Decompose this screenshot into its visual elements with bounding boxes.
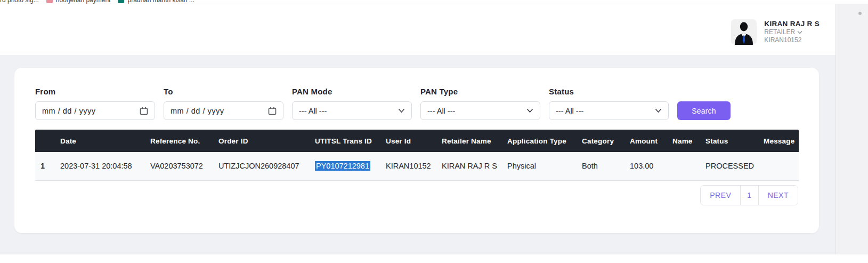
next-page-button[interactable]: NEXT [759, 186, 798, 205]
cell-date: 2023-07-31 20:04:58 [57, 152, 147, 180]
chevron-down-icon [398, 108, 405, 113]
filter-to: To mm / dd / yyyy [164, 87, 283, 120]
user-name: KIRAN RAJ R S [764, 20, 820, 29]
column-header-reference-no: Reference No. [147, 130, 215, 152]
screen: rd photo sig... noorjehan payment pradha… [0, 0, 868, 263]
date-placeholder: mm / dd / yyyy [42, 107, 95, 115]
calendar-icon[interactable] [268, 107, 277, 115]
chevron-down-icon [655, 108, 662, 113]
bookmark-label: noorjehan payment [56, 0, 111, 4]
user-id: KIRAN10152 [764, 36, 820, 44]
scrollbar-track[interactable] [835, 4, 868, 254]
scrollbar-thumb[interactable] [858, 12, 862, 15]
column-header-amount: Amount [627, 130, 669, 152]
column-header-date: Date [57, 130, 147, 152]
index-column-header [35, 130, 57, 152]
pan-type-select[interactable]: --- All --- [420, 101, 540, 120]
column-header-retailer-name: Retailer Name [439, 130, 504, 152]
user-profile[interactable]: KIRAN RAJ R S RETAILER KIRAN10152 [731, 19, 820, 45]
filter-status: Status --- All --- [549, 87, 669, 120]
prev-page-button[interactable]: PREV [701, 186, 741, 205]
cell-retailer-name: KIRAN RAJ R S [439, 152, 504, 180]
bookmark-label: pradhan mantri kisan ... [127, 0, 194, 4]
bookmark-item[interactable]: pradhan mantri kisan ... [118, 0, 194, 4]
column-header-message: Message [760, 130, 799, 152]
pan-type-label: PAN Type [420, 87, 540, 96]
search-button[interactable]: Search [677, 101, 731, 120]
cell-status: PROCESSED [702, 152, 760, 180]
calendar-icon[interactable] [140, 107, 148, 115]
pagination: PREV 1 NEXT [700, 185, 798, 205]
column-header-user-id: User Id [383, 130, 439, 152]
cell-application-type: Physical [504, 152, 579, 180]
filter-from: From mm / dd / yyyy [35, 87, 155, 120]
cell-reference-no: VA0203753072 [147, 152, 215, 180]
cell-user-id: KIRAN10152 [383, 152, 439, 180]
status-value: --- All --- [556, 107, 583, 115]
chevron-down-icon [797, 30, 802, 34]
bookmark-item[interactable]: rd photo sig... [0, 0, 39, 4]
pan-mode-label: PAN Mode [292, 87, 412, 96]
pan-mode-select[interactable]: --- All --- [292, 101, 412, 120]
transactions-table: Date Reference No. Order ID UTITSL Trans… [35, 130, 799, 181]
bookmark-label: rd photo sig... [0, 0, 39, 4]
column-header-name: Name [669, 130, 702, 152]
to-label: To [164, 87, 283, 96]
user-role-dropdown[interactable]: RETAILER [764, 28, 820, 36]
favicon-icon [46, 0, 53, 3]
pan-mode-value: --- All --- [299, 107, 327, 115]
browser-bookmarks-bar: rd photo sig... noorjehan payment pradha… [0, 0, 868, 4]
table-row[interactable]: 1 2023-07-31 20:04:58 VA0203753072 UTIZJ… [35, 152, 799, 180]
cell-category: Both [579, 152, 627, 180]
filter-pan-mode: PAN Mode --- All --- [292, 87, 412, 120]
filters-row: From mm / dd / yyyy To mm / dd / yyyy PA… [35, 87, 731, 120]
column-header-application-type: Application Type [504, 130, 579, 152]
transactions-card: From mm / dd / yyyy To mm / dd / yyyy PA… [14, 68, 819, 233]
page-number-button[interactable]: 1 [741, 186, 758, 205]
from-date-input[interactable]: mm / dd / yyyy [35, 101, 155, 120]
cell-name [669, 152, 702, 180]
status-select[interactable]: --- All --- [549, 101, 669, 120]
avatar [731, 19, 757, 45]
app-header: KIRAN RAJ R S RETAILER KIRAN10152 [0, 4, 835, 55]
cell-order-id: UTIZJCJON260928407 [215, 152, 312, 180]
cell-utitsl-trans-id: PY0107212981 [312, 152, 383, 180]
table-header-row: Date Reference No. Order ID UTITSL Trans… [35, 130, 799, 152]
pan-type-value: --- All --- [427, 107, 455, 115]
cell-message [760, 152, 799, 180]
bookmark-item[interactable]: noorjehan payment [46, 0, 111, 4]
selected-text: PY0107212981 [315, 161, 370, 171]
column-header-utitsl-trans-id: UTITSL Trans ID [312, 130, 383, 152]
column-header-order-id: Order ID [215, 130, 312, 152]
from-label: From [35, 87, 155, 96]
user-role-label: RETAILER [764, 28, 795, 36]
column-header-category: Category [579, 130, 627, 152]
cell-index: 1 [35, 152, 57, 180]
filter-pan-type: PAN Type --- All --- [420, 87, 540, 120]
chevron-down-icon [526, 108, 533, 113]
bottom-strip [0, 254, 868, 263]
to-date-input[interactable]: mm / dd / yyyy [164, 101, 283, 120]
date-placeholder: mm / dd / yyyy [171, 107, 224, 115]
column-header-status: Status [702, 130, 760, 152]
cell-amount: 103.00 [627, 152, 669, 180]
favicon-icon [118, 0, 124, 3]
status-label: Status [549, 87, 669, 96]
